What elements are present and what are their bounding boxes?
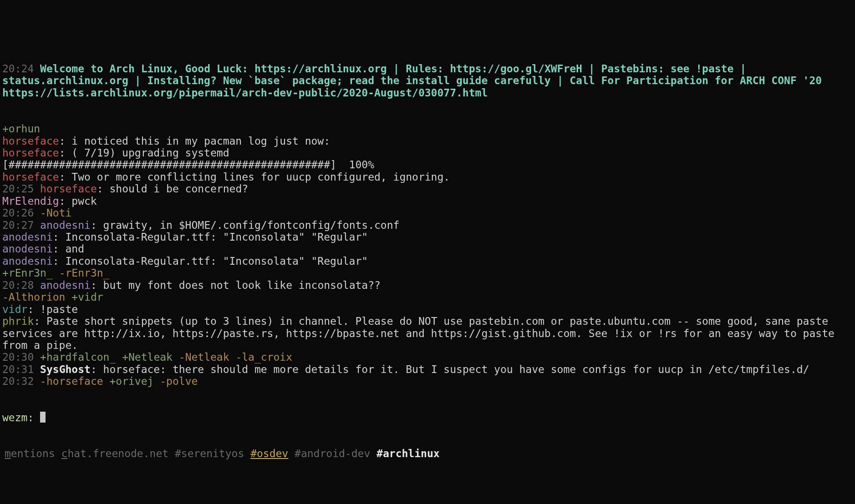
message-line: horseface: i noticed this in my pacman l… [2, 135, 853, 147]
timestamp: 20:28 [2, 279, 34, 291]
message-text: horseface: there should me more details … [103, 363, 809, 375]
channel-tab[interactable]: #osdev [250, 448, 288, 459]
message-line: -Althorion +vidr [2, 291, 853, 303]
timestamp: 20:27 [2, 219, 34, 231]
prompt-sep: : [27, 412, 34, 423]
join-event: +vidr [71, 291, 103, 303]
message-line: horseface: ( 7/19) upgrading systemd [2, 147, 853, 159]
message-line: 20:28 anodesni: but my font does not loo… [2, 279, 853, 291]
nick: anodesni [40, 279, 91, 291]
timestamp: 20:31 [2, 363, 34, 375]
message-line: +orhun [2, 123, 853, 135]
message-text: Paste short snippets (up to 3 lines) in … [2, 315, 841, 351]
message-line: 20:26 -Noti [2, 207, 853, 219]
message-line: vidr: !paste [2, 303, 853, 315]
part-event: -Noti [40, 207, 71, 219]
part-event: -Netleak [179, 351, 229, 363]
status-bar: mentions chat.freenode.net #serenityos #… [2, 448, 853, 459]
message-text: pwck [71, 195, 97, 207]
message-line: anodesni: Inconsolata-Regular.ttf: "Inco… [2, 255, 853, 267]
nick: anodesni [2, 255, 53, 267]
nick: phrik [2, 315, 34, 327]
input-line[interactable]: wezm: [2, 412, 853, 423]
part-event: -la_croix [235, 351, 292, 363]
server-label[interactable]: chat.freenode.net [61, 448, 168, 459]
timestamp: 20:25 [2, 183, 34, 195]
message-line: 20:25 horseface: should i be concerned? [2, 183, 853, 195]
prompt-nick: wezm [2, 412, 27, 423]
message-text: !paste [40, 303, 78, 315]
mentions-label[interactable]: mentions [5, 448, 55, 459]
message-text: Inconsolata-Regular.ttf: "Inconsolata" "… [65, 255, 368, 267]
join-event: +orivej [109, 375, 153, 387]
join-event: +hardfalcon_ [40, 351, 116, 363]
part-event: -Althorion [2, 291, 65, 303]
message-line: phrik: Paste short snippets (up to 3 lin… [2, 315, 853, 351]
message-line: [#######################################… [2, 159, 853, 171]
channel-tab[interactable]: #android-dev [295, 448, 370, 459]
message-text: Two or more conflicting lines for uucp c… [71, 171, 450, 183]
topic-text: Welcome to Arch Linux, Good Luck: https:… [2, 63, 828, 99]
timestamp: 20:32 [2, 375, 34, 387]
message-line: anodesni: and [2, 243, 853, 255]
part-event: -rEnr3n_ [59, 267, 110, 279]
message-line: anodesni: Inconsolata-Regular.ttf: "Inco… [2, 231, 853, 243]
nick: anodesni [2, 243, 53, 255]
message-line: 20:31 SysGhost: horseface: there should … [2, 363, 853, 375]
message-line: 20:32 -horseface +orivej -polve [2, 375, 853, 387]
channel-topic: 20:24 Welcome to Arch Linux, Good Luck: … [2, 63, 853, 99]
nick: MrElendig [2, 195, 59, 207]
message-line: MrElendig: pwck [2, 195, 853, 207]
message-line: 20:30 +hardfalcon_ +Netleak -Netleak -la… [2, 351, 853, 363]
nick: horseface [2, 135, 59, 147]
message-text: should i be concerned? [109, 183, 248, 195]
cursor-icon [40, 412, 46, 423]
channel-tab[interactable]: #archlinux [377, 448, 439, 459]
irc-buffer: 20:24 Welcome to Arch Linux, Good Luck: … [0, 0, 855, 472]
timestamp: 20:30 [2, 351, 34, 363]
nick: horseface [2, 147, 59, 159]
part-event: -polve [160, 375, 198, 387]
message-text: grawity, in $HOME/.config/fontconfig/fon… [103, 219, 400, 231]
message-text: i noticed this in my pacman log just now… [71, 135, 330, 147]
nick: SysGhost [40, 363, 91, 375]
timestamp: 20:26 [2, 207, 34, 219]
message-text: but my font does not look like inconsola… [103, 279, 381, 291]
message-lines: +orhunhorseface: i noticed this in my pa… [2, 123, 853, 388]
nick: vidr [2, 303, 27, 315]
nick: horseface [40, 183, 97, 195]
message-text: and [65, 243, 84, 255]
part-event: -horseface [40, 375, 103, 387]
channel-tab[interactable]: #serenityos [175, 448, 244, 459]
topic-timestamp: 20:24 [2, 63, 34, 75]
message-line: 20:27 anodesni: grawity, in $HOME/.confi… [2, 219, 853, 231]
join-event: +Netleak [122, 351, 173, 363]
nick: horseface [2, 171, 59, 183]
message-line: horseface: Two or more conflicting lines… [2, 171, 853, 183]
message-text: Inconsolata-Regular.ttf: "Inconsolata" "… [65, 231, 368, 243]
message-text: ( 7/19) upgrading systemd [71, 147, 229, 159]
nick: anodesni [40, 219, 91, 231]
join-event: +rEnr3n_ [2, 267, 53, 279]
message-line: +rEnr3n_ -rEnr3n_ [2, 267, 853, 279]
raw-text: [#######################################… [2, 159, 374, 171]
join-event: +orhun [2, 123, 40, 135]
nick: anodesni [2, 231, 53, 243]
